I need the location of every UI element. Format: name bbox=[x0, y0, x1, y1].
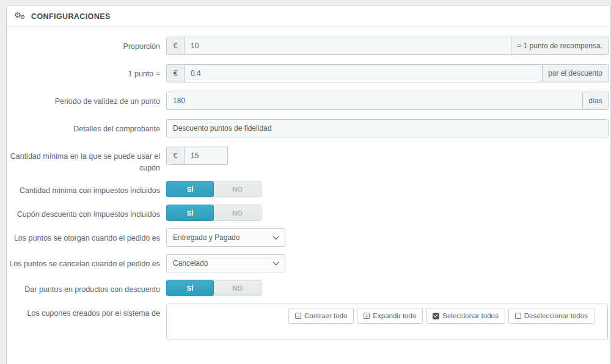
row-min-amount: Cantidad mínima en la que se puede usar … bbox=[7, 147, 610, 173]
row-discounted-products: Dar puntos en productos con descuento SÍ… bbox=[7, 280, 610, 296]
uncheck-all-button[interactable]: Deseleccionar todos bbox=[508, 308, 595, 324]
discounted-products-label: Dar puntos en productos con descuento bbox=[7, 280, 160, 296]
proportion-suffix: = 1 punto de recompensa. bbox=[511, 37, 609, 55]
expand-all-button[interactable]: Expandir todo bbox=[357, 308, 423, 324]
discounted-products-switch: SÍ NO bbox=[166, 280, 262, 296]
settings-form: Proporción € = 1 punto de recompensa. 1 … bbox=[7, 27, 610, 340]
points-awarded-select[interactable]: Entregado y Pagado bbox=[166, 228, 285, 247]
point-value-label: 1 punto = bbox=[7, 64, 160, 80]
switch-yes-button[interactable]: SÍ bbox=[166, 181, 214, 197]
collapse-icon bbox=[295, 313, 301, 319]
validity-label: Periodo de validez de un punto bbox=[7, 92, 160, 107]
collapse-all-button[interactable]: Contraer todo bbox=[288, 308, 354, 324]
switch-no-button[interactable]: NO bbox=[214, 280, 262, 296]
points-cancelled-label: Los puntos se cancelan cuando el pedido … bbox=[7, 254, 160, 270]
gears-icon: ⚙⚙ bbox=[14, 11, 27, 21]
proportion-input[interactable] bbox=[185, 37, 511, 55]
validity-suffix: días bbox=[583, 92, 609, 110]
row-proportion: Proporción € = 1 punto de recompensa. bbox=[7, 37, 610, 55]
panel-heading: ⚙⚙ CONFIGURACIONES bbox=[7, 5, 610, 27]
row-voucher-details: Detalles del comprobante bbox=[7, 119, 610, 137]
switch-yes-button[interactable]: SÍ bbox=[166, 205, 214, 221]
switch-yes-button[interactable]: SÍ bbox=[166, 280, 214, 296]
currency-prefix: € bbox=[166, 37, 185, 55]
points-cancelled-select[interactable]: Cancelado bbox=[166, 254, 285, 272]
category-tree-toolbar: Contraer todo Expandir todo Seleccionar … bbox=[288, 308, 595, 324]
proportion-label: Proporción bbox=[7, 37, 160, 53]
voucher-details-input[interactable] bbox=[166, 119, 609, 137]
row-categories: Los cupones creados por el sistema de Co… bbox=[7, 304, 610, 340]
panel-title: CONFIGURACIONES bbox=[31, 12, 111, 21]
row-points-cancelled: Los puntos se cancelan cuando el pedido … bbox=[7, 254, 610, 272]
check-all-button[interactable]: Seleccionar todos bbox=[426, 308, 505, 324]
min-amount-tax-label: Cantidad minima con impuestos incluidos bbox=[7, 181, 160, 197]
voucher-details-label: Detalles del comprobante bbox=[7, 119, 160, 135]
row-min-amount-tax: Cantidad minima con impuestos incluidos … bbox=[7, 181, 610, 197]
point-value-input[interactable] bbox=[185, 64, 543, 82]
switch-no-button[interactable]: NO bbox=[214, 205, 262, 221]
currency-prefix: € bbox=[166, 64, 185, 82]
configurations-panel: ⚙⚙ CONFIGURACIONES Proporción € = 1 punt… bbox=[6, 5, 611, 364]
voucher-tax-label: Cupón descuento con impuestos incluidos bbox=[7, 205, 160, 220]
row-voucher-tax: Cupón descuento con impuestos incluidos … bbox=[7, 205, 610, 221]
point-value-suffix: por el descuento bbox=[543, 64, 609, 82]
expand-icon bbox=[364, 313, 370, 319]
validity-input[interactable] bbox=[166, 92, 583, 110]
switch-no-button[interactable]: NO bbox=[214, 181, 262, 197]
checkbox-checked-icon bbox=[433, 313, 439, 319]
checkbox-empty-icon bbox=[515, 313, 521, 319]
min-amount-label: Cantidad mínima en la que se puede usar … bbox=[7, 147, 160, 173]
category-tree-panel: Contraer todo Expandir todo Seleccionar … bbox=[166, 304, 608, 340]
voucher-tax-switch: SÍ NO bbox=[166, 205, 262, 221]
currency-prefix: € bbox=[166, 147, 185, 165]
categories-label: Los cupones creados por el sistema de bbox=[7, 304, 160, 319]
points-awarded-label: Los puntos se otorgan cuando el pedido e… bbox=[7, 228, 160, 244]
row-points-awarded: Los puntos se otorgan cuando el pedido e… bbox=[7, 228, 610, 247]
row-validity: Periodo de validez de un punto días bbox=[7, 92, 610, 110]
min-amount-input[interactable] bbox=[185, 147, 228, 165]
min-amount-tax-switch: SÍ NO bbox=[166, 181, 262, 197]
row-point-value: 1 punto = € por el descuento bbox=[7, 64, 610, 82]
